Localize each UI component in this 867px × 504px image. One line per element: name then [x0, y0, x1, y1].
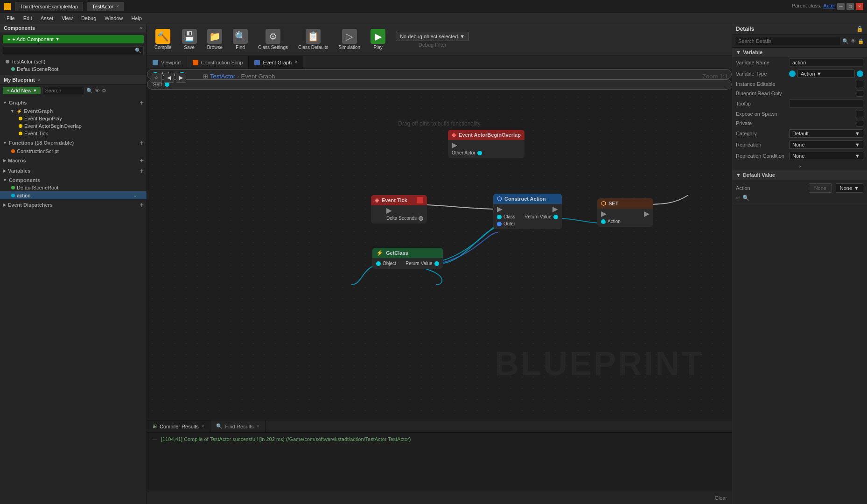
- canvas-forward-button[interactable]: ▶: [176, 73, 186, 83]
- add-component-button[interactable]: + + Add Component ▼: [3, 35, 144, 43]
- construct-outer-pin[interactable]: Outer: [497, 221, 515, 226]
- debug-object-dropdown[interactable]: No debug object selected ▼: [396, 32, 469, 41]
- functions-section-header[interactable]: ▼ Functions (18 Overridable) +: [0, 138, 147, 147]
- blueprint-canvas[interactable]: ☆ ◀ ▶ ⊞ TestActor › Event Graph Zoom 1:1…: [147, 69, 732, 420]
- clear-button[interactable]: Clear: [715, 495, 727, 501]
- construct-return-pin[interactable]: Return Value: [524, 214, 558, 219]
- event-overlap-node[interactable]: ◈ Event ActorBeginOverlap Other Actor: [448, 130, 524, 158]
- maximize-button[interactable]: □: [846, 3, 854, 10]
- functions-add-button[interactable]: +: [140, 139, 144, 147]
- parent-class-value[interactable]: Actor: [823, 3, 835, 10]
- event-tick-node[interactable]: ◈ Event Tick Delta Seconds: [371, 195, 427, 224]
- blueprint-read-only-checkbox[interactable]: [857, 90, 863, 97]
- variable-section-header[interactable]: ▼ Variable: [732, 48, 867, 57]
- set-node[interactable]: ⬡ SET Action: [597, 198, 653, 227]
- macros-add-button[interactable]: +: [140, 157, 144, 164]
- getclass-node[interactable]: ⚡ GetClass Object Return Value: [372, 248, 443, 269]
- details-lock-icon[interactable]: 🔒: [856, 26, 863, 32]
- event-beginplay-item[interactable]: Event BeginPlay: [5, 115, 147, 122]
- menu-edit[interactable]: Edit: [20, 14, 36, 22]
- set-exec-in[interactable]: [601, 211, 621, 217]
- tab-test-actor[interactable]: TestActor ×: [87, 2, 124, 11]
- play-button[interactable]: ▶ Play: [367, 27, 389, 52]
- set-action-pin[interactable]: Action: [601, 219, 621, 224]
- minimize-button[interactable]: ─: [837, 3, 845, 10]
- reset-icon[interactable]: ↩: [736, 195, 741, 201]
- blueprint-collapse[interactable]: ×: [38, 77, 41, 83]
- construct-action-node[interactable]: ⬡ Construct Action Class: [493, 194, 562, 229]
- class-settings-button[interactable]: ⚙ Class Settings: [254, 27, 292, 52]
- construction-script-item[interactable]: ConstructionScript: [0, 147, 147, 155]
- canvas-favorite-button[interactable]: ☆: [151, 73, 162, 83]
- expose-on-spawn-checkbox[interactable]: [857, 111, 863, 117]
- variable-type-dropdown[interactable]: Action ▼: [797, 70, 855, 78]
- private-checkbox[interactable]: [857, 120, 863, 126]
- variables-section-header[interactable]: ▶ Variables +: [0, 166, 147, 175]
- construction-script-tab[interactable]: Construction Scrip: [187, 56, 249, 69]
- class-defaults-button[interactable]: 📋 Class Defaults: [294, 27, 332, 52]
- compile-button[interactable]: 🔨 Compile: [151, 27, 175, 52]
- breadcrumb-root[interactable]: TestActor: [210, 73, 235, 80]
- save-button[interactable]: 💾 Save: [178, 27, 201, 52]
- replication-condition-dropdown[interactable]: None ▼: [789, 152, 863, 160]
- details-search-input[interactable]: [735, 37, 840, 45]
- variable-name-input[interactable]: [789, 58, 863, 67]
- event-tick-item[interactable]: Event Tick: [5, 130, 147, 137]
- menu-file[interactable]: File: [3, 14, 19, 22]
- graphs-section-header[interactable]: ▼ Graphs +: [0, 98, 147, 107]
- defaultsceneroot-tree-item[interactable]: DefaultSceneRoot: [0, 184, 147, 191]
- event-actoroverlap-item[interactable]: Event ActorBeginOverlap: [5, 122, 147, 130]
- menu-debug[interactable]: Debug: [77, 14, 100, 22]
- none-dropdown[interactable]: None ▼: [836, 183, 863, 193]
- category-dropdown[interactable]: Default ▼: [789, 129, 863, 138]
- find-tab-close[interactable]: ×: [257, 424, 259, 429]
- lock-icon-right[interactable]: 🔒: [858, 38, 864, 44]
- event-graph-tab[interactable]: Event Graph ×: [249, 56, 303, 69]
- find-results-tab[interactable]: 🔍 Find Results ×: [210, 420, 266, 432]
- compiler-tab-close[interactable]: ×: [202, 424, 204, 429]
- simulation-button[interactable]: ▷ Simulation: [335, 27, 364, 52]
- construct-exec-out[interactable]: [524, 207, 558, 212]
- find-button[interactable]: 🔍 Find: [229, 27, 252, 52]
- instance-editable-checkbox[interactable]: [857, 81, 863, 87]
- menu-asset[interactable]: Asset: [37, 14, 57, 22]
- construct-exec-in[interactable]: [497, 207, 515, 212]
- add-new-button[interactable]: + Add New ▼: [3, 87, 41, 94]
- event-dispatchers-header[interactable]: ▶ Event Dispatchers +: [0, 200, 147, 210]
- blueprint-eye-icon[interactable]: 👁: [95, 88, 100, 93]
- replication-dropdown[interactable]: None ▼: [789, 140, 863, 149]
- search-small-icon[interactable]: 🔍: [742, 195, 749, 201]
- menu-window[interactable]: Window: [101, 14, 126, 22]
- variables-add-button[interactable]: +: [140, 167, 144, 175]
- event-graph-tab-close[interactable]: ×: [294, 60, 297, 65]
- default-value-header[interactable]: ▼ Default Value: [732, 170, 867, 180]
- event-overlap-exec-pin[interactable]: [452, 143, 482, 148]
- expand-arrow[interactable]: ⌄: [732, 161, 867, 170]
- component-item-testactor[interactable]: TestActor (self): [2, 58, 145, 65]
- menu-help[interactable]: Help: [127, 14, 146, 22]
- event-overlap-otheractor-pin[interactable]: Other Actor: [452, 150, 482, 155]
- set-exec-out[interactable]: [644, 211, 650, 217]
- macros-section-header[interactable]: ▶ Macros +: [0, 156, 147, 165]
- viewport-tab[interactable]: Viewport: [147, 56, 187, 69]
- event-tick-exec-out[interactable]: [386, 208, 423, 214]
- eye-icon-right[interactable]: 👁: [851, 38, 856, 44]
- browse-button[interactable]: 📁 Browse: [203, 27, 226, 52]
- action-tree-item[interactable]: action ⌄: [0, 191, 147, 199]
- self-node[interactable]: Self: [147, 79, 732, 90]
- tab-test-actor-close[interactable]: ×: [116, 4, 119, 9]
- menu-view[interactable]: View: [58, 14, 77, 22]
- blueprint-search-input[interactable]: [45, 88, 82, 93]
- graphs-add-button[interactable]: +: [140, 99, 144, 106]
- canvas-back-button[interactable]: ◀: [164, 73, 174, 83]
- compiler-results-tab[interactable]: ⊞ Compiler Results ×: [147, 420, 210, 432]
- component-search-input[interactable]: [5, 48, 135, 54]
- getclass-object-pin[interactable]: Object: [376, 261, 396, 266]
- tooltip-input[interactable]: [789, 99, 863, 108]
- component-item-defaultsceneroot[interactable]: DefaultSceneRoot: [2, 65, 145, 73]
- eventgraph-section-header[interactable]: ▼ ⚡ EventGraph: [5, 107, 147, 115]
- tab-third-person[interactable]: ThirdPersonExampleMap: [15, 2, 83, 11]
- blueprint-settings-icon[interactable]: ⚙: [102, 88, 106, 94]
- close-button[interactable]: ×: [856, 3, 863, 10]
- components-tree-header[interactable]: ▼ Components: [0, 176, 147, 184]
